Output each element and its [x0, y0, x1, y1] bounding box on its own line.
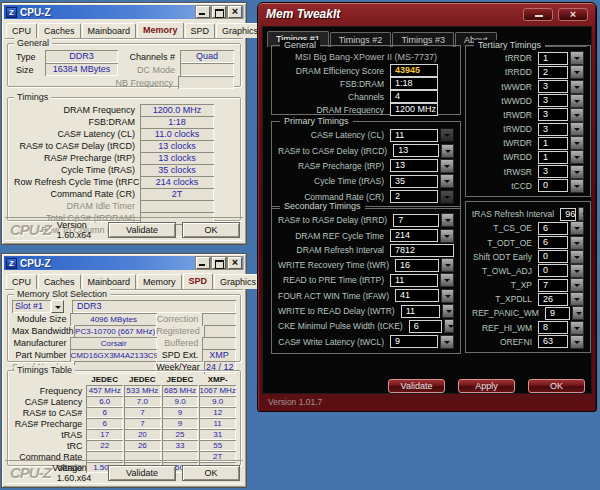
tab[interactable]: Mainboard — [82, 274, 137, 289]
timing-value[interactable]: 96 — [560, 208, 576, 221]
timing-value[interactable]: 3 — [538, 80, 568, 93]
tab[interactable]: Memory — [137, 274, 182, 289]
timing-value[interactable]: 214 — [390, 229, 438, 242]
cpuz-logo: CPU-Z — [10, 464, 51, 481]
timing-value[interactable]: 16 — [395, 259, 439, 272]
ok-button[interactable]: OK — [182, 222, 240, 238]
timing-value[interactable]: 41 — [395, 289, 439, 302]
chevron-down-icon[interactable] — [570, 80, 584, 94]
timing-value[interactable]: 0 — [538, 264, 568, 277]
timing-value[interactable]: 11 — [390, 274, 438, 287]
timing-value[interactable]: 3 — [538, 165, 568, 178]
timing-value[interactable]: 3 — [538, 94, 568, 107]
close-icon[interactable] — [558, 8, 588, 21]
cpuz-titlebar[interactable]: CPU-Z — [4, 256, 244, 270]
chevron-down-icon[interactable] — [441, 144, 454, 158]
chevron-down-icon[interactable] — [444, 319, 454, 333]
chevron-down-icon[interactable] — [570, 335, 584, 349]
chevron-down-icon[interactable] — [570, 292, 584, 306]
validate-button[interactable]: Validate — [388, 379, 445, 393]
chevron-down-icon[interactable] — [570, 250, 584, 264]
chevron-down-icon[interactable] — [570, 321, 584, 335]
chevron-down-icon[interactable] — [440, 273, 454, 287]
slot-select[interactable]: Slot #1 — [12, 300, 64, 313]
minimize-icon[interactable] — [196, 257, 210, 269]
chevron-down-icon[interactable] — [570, 179, 584, 193]
timing-value[interactable]: 9 — [545, 307, 570, 320]
chevron-down-icon[interactable] — [570, 278, 584, 292]
chevron-down-icon[interactable] — [440, 190, 454, 204]
timing-value[interactable]: 7 — [393, 214, 439, 227]
timing-value[interactable]: 2 — [538, 66, 568, 79]
chevron-down-icon[interactable] — [440, 174, 454, 188]
tab[interactable]: Memory — [137, 22, 184, 38]
tab[interactable]: Graphics — [214, 274, 262, 289]
chevron-down-icon[interactable] — [440, 335, 454, 349]
chevron-down-icon[interactable] — [441, 289, 454, 303]
tab[interactable]: Caches — [38, 23, 81, 38]
chevron-down-icon[interactable] — [442, 304, 454, 318]
chevron-down-icon[interactable] — [440, 229, 454, 243]
validate-button[interactable]: Validate — [108, 465, 176, 481]
chevron-down-icon[interactable] — [441, 258, 454, 272]
tab[interactable]: SPD — [185, 23, 216, 38]
chevron-down-icon[interactable] — [570, 94, 584, 108]
timing-value[interactable]: 2 — [390, 190, 438, 203]
chevron-down-icon[interactable] — [570, 51, 584, 65]
timing-value[interactable]: 13 — [393, 144, 439, 157]
timing-value[interactable]: 1 — [538, 52, 568, 65]
chevron-down-icon[interactable] — [570, 150, 584, 164]
chevron-down-icon[interactable] — [440, 128, 454, 142]
timing-value[interactable]: 13 — [390, 159, 438, 172]
timing-value[interactable]: 1 — [538, 137, 568, 150]
minimize-icon[interactable] — [523, 8, 553, 21]
minimize-icon[interactable] — [196, 6, 210, 18]
timing-value[interactable]: 11 — [401, 305, 441, 318]
chevron-down-icon[interactable] — [51, 300, 64, 313]
timing-value[interactable]: 3 — [538, 108, 568, 121]
chevron-down-icon[interactable] — [578, 207, 584, 221]
memtweakit-titlebar[interactable]: Mem TweakIt — [258, 3, 596, 25]
timing-value[interactable]: 63 — [538, 335, 568, 348]
maximize-icon[interactable] — [212, 257, 226, 269]
chevron-down-icon[interactable] — [570, 236, 584, 250]
ok-button[interactable]: OK — [182, 465, 240, 481]
chevron-down-icon[interactable] — [570, 264, 584, 278]
chevron-down-icon[interactable] — [570, 221, 584, 235]
timing-value[interactable]: 8 — [538, 321, 568, 334]
timing-value[interactable]: 6 — [538, 236, 568, 249]
tab[interactable]: Caches — [38, 274, 81, 289]
cpuz-titlebar[interactable]: CPU-Z — [4, 5, 244, 19]
timing-value[interactable]: 3 — [538, 123, 568, 136]
timing-value[interactable]: 6 — [409, 320, 442, 333]
chevron-down-icon[interactable] — [572, 306, 584, 320]
chevron-down-icon[interactable] — [441, 213, 454, 227]
chevron-down-icon[interactable] — [570, 108, 584, 122]
timing-value[interactable]: 35 — [390, 175, 438, 188]
timing-value[interactable]: 0 — [538, 250, 568, 263]
tab[interactable]: CPU — [6, 23, 37, 38]
tab[interactable]: SPD — [183, 273, 214, 289]
timing-value[interactable]: 26 — [538, 293, 568, 306]
chevron-down-icon[interactable] — [570, 165, 584, 179]
general-row: DRAM Frequency 1200 MHz — [278, 103, 454, 116]
chevron-down-icon[interactable] — [570, 136, 584, 150]
tab[interactable]: Mainboard — [82, 23, 137, 38]
timing-value[interactable]: 11 — [390, 129, 438, 142]
chevron-down-icon[interactable] — [570, 65, 584, 79]
timing-value[interactable]: 7 — [538, 279, 568, 292]
chevron-down-icon[interactable] — [440, 159, 454, 173]
ok-button[interactable]: OK — [528, 379, 585, 393]
timing-value[interactable]: 0 — [538, 179, 568, 192]
close-icon[interactable] — [228, 6, 242, 18]
timing-value[interactable]: 9 — [390, 335, 438, 348]
close-icon[interactable] — [228, 257, 242, 269]
timing-value[interactable]: 6 — [538, 222, 568, 235]
apply-button[interactable]: Apply — [458, 379, 515, 393]
maximize-icon[interactable] — [212, 6, 226, 18]
chevron-down-icon[interactable] — [570, 122, 584, 136]
validate-button[interactable]: Validate — [108, 222, 176, 238]
timing-value[interactable]: 7812 — [390, 244, 454, 257]
tab[interactable]: CPU — [6, 274, 37, 289]
timing-value[interactable]: 1 — [538, 151, 568, 164]
